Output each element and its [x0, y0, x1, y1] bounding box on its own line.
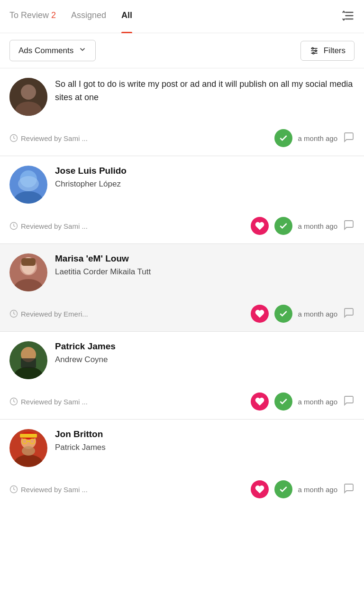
tabs-bar: To Review 2 Assigned All — [0, 0, 364, 33]
svg-point-8 — [312, 52, 314, 54]
item-subname: Christopher López — [55, 178, 355, 190]
comment-button[interactable] — [343, 307, 355, 320]
svg-point-10 — [21, 84, 36, 100]
source-dropdown-label: Ads Comments — [18, 46, 73, 56]
clock-icon — [9, 309, 18, 318]
list-item: Marisa 'eM' Louw Laetitia Corder Mikaila… — [0, 244, 364, 332]
heart-icon — [255, 485, 264, 494]
svg-point-7 — [315, 50, 316, 51]
tab-all-label: All — [121, 10, 132, 20]
clock-icon — [9, 134, 18, 142]
check-icon — [279, 221, 288, 231]
tab-to-review-label: To Review — [9, 10, 49, 20]
comment-button[interactable] — [343, 131, 355, 145]
tab-all[interactable]: All — [121, 0, 132, 33]
tab-assigned[interactable]: Assigned — [71, 0, 106, 33]
item-name: Marisa 'eM' Louw — [55, 253, 355, 264]
clock-icon — [9, 485, 18, 494]
comment-button[interactable] — [343, 219, 355, 233]
item-content: Marisa 'eM' Louw Laetitia Corder Mikaila… — [55, 253, 355, 278]
clock-icon — [9, 397, 18, 406]
item-name: Jose Luis Pulido — [55, 166, 355, 176]
item-content: Patrick James Andrew Coyne — [55, 341, 355, 366]
item-name: Jon Britton — [55, 429, 355, 439]
comment-icon — [343, 307, 355, 318]
svg-rect-22 — [21, 258, 36, 266]
comment-icon — [343, 483, 355, 494]
heart-icon — [255, 309, 264, 318]
clock-icon — [9, 222, 18, 230]
reviewed-by-text: Reviewed by Sami ... — [21, 222, 88, 230]
filters-button[interactable]: Filters — [300, 41, 355, 61]
reviewed-by-text: Reviewed by Emeri... — [21, 310, 88, 318]
reviewed-by-text: Reviewed by Sami ... — [21, 486, 88, 494]
filters-label: Filters — [324, 46, 346, 56]
check-icon — [279, 133, 288, 143]
list-item: Patrick James Andrew Coyne Reviewed by S… — [0, 332, 364, 420]
svg-point-16 — [18, 176, 39, 191]
item-meta: Reviewed by Sami ... a month ago — [9, 122, 355, 156]
heart-button[interactable] — [251, 480, 269, 498]
reviewed-by-text: Reviewed by Sami ... — [21, 398, 88, 406]
avatar — [9, 166, 47, 204]
check-icon — [279, 397, 288, 406]
approve-button[interactable] — [274, 392, 292, 411]
heart-button[interactable] — [251, 305, 269, 323]
item-meta: Reviewed by Sami ... a month ago — [9, 210, 355, 243]
time-label: a month ago — [298, 398, 337, 406]
reviewed-label: Reviewed by Sami ... — [9, 134, 88, 142]
heart-button[interactable] — [251, 392, 269, 411]
comment-button[interactable] — [343, 483, 355, 496]
item-meta: Reviewed by Sami ... a month ago — [9, 474, 355, 507]
list-item: Jon Britton Patrick James Reviewed by Sa… — [0, 420, 364, 507]
approve-button[interactable] — [274, 217, 292, 235]
heart-button[interactable] — [251, 217, 269, 235]
time-label: a month ago — [298, 310, 337, 318]
svg-rect-33 — [20, 434, 37, 438]
chevron-down-icon — [78, 45, 87, 56]
sliders-icon — [309, 46, 319, 56]
item-subname: Patrick James — [55, 441, 355, 454]
avatar — [9, 253, 47, 291]
avatar-image — [9, 78, 47, 116]
svg-point-34 — [22, 446, 35, 456]
filter-bar: Ads Comments Filters — [0, 33, 364, 68]
sort-button[interactable] — [341, 9, 355, 24]
avatar-image — [9, 166, 47, 204]
item-name: Patrick James — [55, 341, 355, 352]
reviewed-label: Reviewed by Sami ... — [9, 397, 88, 406]
item-meta: Reviewed by Emeri... a month ago — [9, 298, 355, 331]
item-text: So all I got to do is write my post or a… — [55, 78, 355, 104]
reviewed-label: Reviewed by Sami ... — [9, 222, 88, 230]
list-item: Jose Luis Pulido Christopher López Revie… — [0, 156, 364, 244]
reviewed-label: Reviewed by Emeri... — [9, 309, 88, 318]
svg-rect-27 — [21, 358, 36, 368]
time-label: a month ago — [298, 486, 337, 494]
check-icon — [279, 485, 288, 494]
tab-to-review[interactable]: To Review 2 — [9, 0, 56, 33]
avatar — [9, 341, 47, 379]
time-label: a month ago — [298, 222, 337, 230]
avatar-image — [9, 253, 47, 291]
reviewed-by-text: Reviewed by Sami ... — [21, 134, 88, 142]
tab-assigned-label: Assigned — [71, 10, 106, 20]
check-icon — [279, 309, 288, 318]
list-item: So all I got to do is write my post or a… — [0, 68, 364, 156]
item-content: Jose Luis Pulido Christopher López — [55, 166, 355, 190]
item-subname: Laetitia Corder Mikaila Tutt — [55, 266, 355, 278]
avatar — [9, 78, 47, 116]
comment-button[interactable] — [343, 395, 355, 408]
item-content: So all I got to do is write my post or a… — [55, 78, 355, 104]
comment-icon — [343, 395, 355, 406]
avatar — [9, 429, 47, 467]
avatar-image — [9, 429, 47, 467]
time-label: a month ago — [298, 134, 337, 142]
heart-icon — [255, 221, 264, 231]
approve-button[interactable] — [274, 129, 292, 147]
to-review-badge: 2 — [51, 10, 56, 20]
approve-button[interactable] — [274, 305, 292, 323]
item-meta: Reviewed by Sami ... a month ago — [9, 386, 355, 419]
source-dropdown[interactable]: Ads Comments — [9, 40, 96, 61]
approve-button[interactable] — [274, 480, 292, 498]
item-content: Jon Britton Patrick James — [55, 429, 355, 454]
